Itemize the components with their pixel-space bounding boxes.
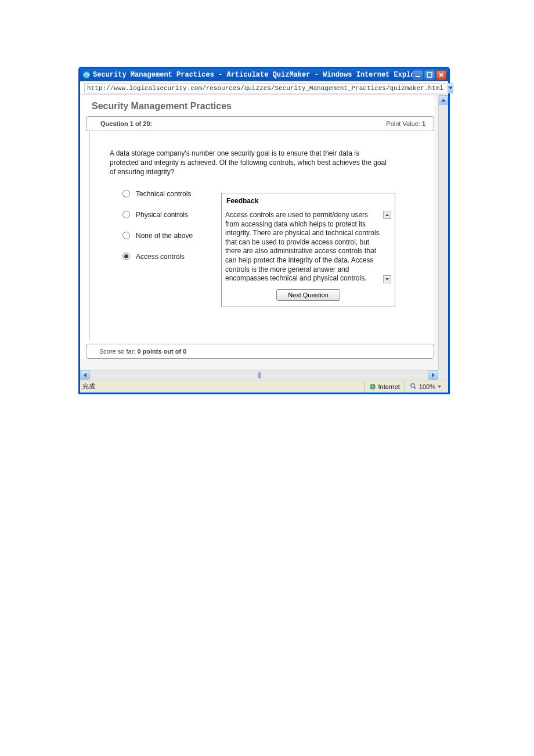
scroll-up-icon[interactable] — [439, 95, 448, 105]
score-bar: Score so far: 0 points out of 0 — [86, 344, 434, 359]
radio-icon — [122, 232, 130, 239]
radio-icon — [122, 190, 130, 197]
close-button[interactable] — [436, 70, 446, 80]
point-value: 1 — [422, 120, 425, 127]
globe-icon — [369, 383, 376, 390]
status-text: 完成 — [82, 382, 95, 391]
chevron-down-icon — [438, 386, 441, 388]
scroll-up-icon[interactable] — [383, 211, 391, 219]
scroll-corner — [438, 370, 448, 380]
zoom-value: 100% — [419, 383, 435, 390]
security-zone: Internet — [364, 380, 405, 393]
window-title: Security Management Practices - Articula… — [93, 71, 413, 79]
option-label: Physical controls — [136, 211, 188, 219]
minimize-button[interactable] — [413, 70, 423, 80]
url-text: http://www.logicalsecurity.com/resources… — [87, 85, 443, 92]
status-bar: 完成 Internet 100% — [80, 380, 448, 393]
svg-rect-1 — [416, 76, 420, 77]
titlebar: Security Management Practices - Articula… — [80, 69, 448, 81]
svg-rect-2 — [427, 73, 432, 77]
address-input[interactable]: http://www.logicalsecurity.com/resources… — [84, 83, 446, 93]
address-dropdown[interactable] — [448, 83, 453, 93]
feedback-title: Feedback — [225, 196, 391, 211]
vertical-scrollbar[interactable] — [438, 95, 448, 380]
svg-line-7 — [414, 387, 416, 388]
scroll-down-icon[interactable] — [383, 275, 391, 283]
question-header: Question 1 of 20: Point Value: 1 — [86, 116, 434, 131]
radio-icon — [122, 211, 130, 218]
score-prefix: Score so far: — [99, 348, 137, 355]
ie-icon — [82, 71, 91, 79]
scroll-left-icon[interactable] — [80, 370, 90, 380]
magnifier-icon — [410, 383, 417, 391]
score-value: 0 points out of 0 — [137, 348, 186, 355]
next-question-button[interactable]: Next Question — [276, 289, 340, 301]
feedback-panel: Feedback Access controls are used to per… — [221, 193, 395, 307]
svg-point-6 — [411, 383, 414, 387]
question-number: Question 1 of 20: — [100, 120, 152, 127]
scroll-right-icon[interactable] — [428, 370, 438, 380]
option-label: Access controls — [136, 253, 185, 261]
scroll-thumb[interactable] — [258, 372, 261, 379]
content-viewport: Security Management Practices Question 1… — [80, 95, 448, 380]
maximize-button[interactable] — [424, 70, 435, 80]
question-text: A data storage company's number one secu… — [110, 149, 388, 177]
browser-window: Security Management Practices - Articula… — [78, 67, 450, 394]
option-label: Technical controls — [136, 190, 191, 198]
question-body: A data storage company's number one secu… — [89, 131, 434, 340]
zoom-control[interactable]: 100% — [405, 380, 446, 393]
horizontal-scrollbar[interactable] — [80, 370, 438, 380]
address-bar: e http://www.logicalsecurity.com/resourc… — [80, 81, 448, 95]
option-label: None of the above — [136, 232, 193, 240]
quiz-area: Security Management Practices Question 1… — [80, 95, 434, 359]
feedback-scrollbar[interactable] — [383, 211, 391, 283]
feedback-text: Access controls are used to permit/deny … — [225, 211, 382, 283]
point-label: Point Value: — [386, 120, 420, 127]
page-title: Security Management Practices — [86, 99, 434, 116]
zone-label: Internet — [378, 383, 400, 390]
radio-icon — [122, 253, 130, 260]
